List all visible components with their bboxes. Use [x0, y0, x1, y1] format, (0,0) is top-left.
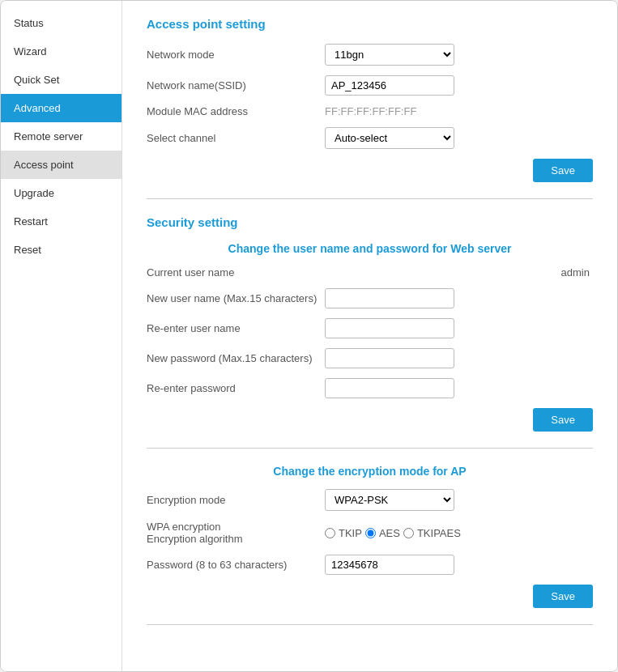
mac-label: Module MAC address [147, 105, 325, 117]
radio-aes[interactable] [365, 528, 376, 538]
sidebar: Status Wizard Quick Set Advanced Remote … [1, 1, 122, 671]
password-label: Password (8 to 63 characters) [147, 559, 325, 571]
sidebar-item-quickset[interactable]: Quick Set [1, 66, 121, 94]
change-user-password-title: Change the user name and password for We… [147, 242, 593, 255]
re-enter-password-row: Re-enter password [147, 378, 593, 398]
sidebar-item-wizard[interactable]: Wizard [1, 37, 121, 66]
new-user-label: New user name (Max.15 characters) [147, 292, 325, 304]
radio-tkipaes-label[interactable]: TKIPAES [417, 527, 461, 539]
encryption-mode-row: Encryption mode WPA2-PSK WPA-PSK WEP Non… [147, 489, 593, 511]
mac-row: Module MAC address FF:FF:FF:FF:FF:FF [147, 105, 593, 117]
sidebar-item-upgrade[interactable]: Upgrade [1, 179, 121, 207]
main-content: Access point setting Network mode 11bgn … [122, 1, 617, 671]
radio-tkip[interactable] [325, 528, 335, 538]
ap-save-button[interactable]: Save [533, 159, 593, 182]
channel-row: Select channel Auto-select 123 456 789 1… [147, 127, 593, 149]
radio-aes-label[interactable]: AES [379, 527, 400, 539]
sidebar-item-remote-server[interactable]: Remote server [1, 122, 121, 151]
new-user-row: New user name (Max.15 characters) [147, 288, 593, 308]
encryption-sub-title: Change the encryption mode for AP [147, 465, 593, 478]
new-password-label: New password (Max.15 characters) [147, 352, 325, 364]
ap-setting-title: Access point setting [147, 17, 593, 31]
encryption-save-row: Save [147, 585, 593, 608]
radio-tkipaes[interactable] [403, 528, 414, 538]
wpa-encryption-row: WPA encryption Encryption algorithm TKIP… [147, 521, 593, 545]
new-password-row: New password (Max.15 characters) [147, 348, 593, 368]
new-password-input[interactable] [325, 348, 454, 368]
sidebar-item-reset[interactable]: Reset [1, 236, 121, 264]
encryption-algorithm-group: TKIP AES TKIPAES [325, 527, 461, 539]
channel-select[interactable]: Auto-select 123 456 789 1011 [325, 127, 454, 149]
ap-setting-section: Access point setting Network mode 11bgn … [147, 17, 593, 182]
sidebar-item-access-point[interactable]: Access point [1, 151, 121, 179]
re-enter-user-input[interactable] [325, 318, 454, 338]
mac-value: FF:FF:FF:FF:FF:FF [325, 105, 416, 117]
encryption-save-button[interactable]: Save [533, 585, 593, 608]
re-enter-password-label: Re-enter password [147, 382, 325, 394]
current-user-row: Current user name admin [147, 266, 593, 279]
divider-3 [147, 624, 593, 625]
network-mode-row: Network mode 11bgn 11bg 11b 11g 11n [147, 44, 593, 66]
ssid-label: Network name(SSID) [147, 79, 325, 91]
security-setting-section: Security setting Change the user name an… [147, 215, 593, 432]
re-enter-password-input[interactable] [325, 378, 454, 398]
network-mode-select[interactable]: 11bgn 11bg 11b 11g 11n [325, 44, 454, 66]
re-enter-user-label: Re-enter user name [147, 322, 325, 334]
current-user-label: Current user name [147, 266, 561, 279]
ssid-input[interactable] [325, 75, 454, 96]
security-setting-title: Security setting [147, 215, 593, 229]
sidebar-item-restart[interactable]: Restart [1, 207, 121, 236]
ssid-row: Network name(SSID) [147, 75, 593, 96]
network-mode-label: Network mode [147, 49, 325, 61]
security-save-button[interactable]: Save [533, 408, 593, 432]
ap-save-row: Save [147, 159, 593, 182]
encryption-setting-section: Change the encryption mode for AP Encryp… [147, 465, 593, 608]
encryption-mode-label: Encryption mode [147, 494, 325, 506]
wpa-label: WPA encryption Encryption algorithm [147, 521, 325, 545]
new-user-input[interactable] [325, 288, 454, 308]
encryption-mode-select[interactable]: WPA2-PSK WPA-PSK WEP None [325, 489, 454, 511]
password-row: Password (8 to 63 characters) [147, 555, 593, 575]
current-user-value: admin [561, 266, 590, 279]
divider-2 [147, 448, 593, 449]
sidebar-item-status[interactable]: Status [1, 9, 121, 37]
re-enter-user-row: Re-enter user name [147, 318, 593, 338]
radio-tkip-label[interactable]: TKIP [339, 527, 362, 539]
sidebar-item-advanced[interactable]: Advanced [1, 94, 121, 122]
channel-label: Select channel [147, 132, 325, 144]
security-save-row: Save [147, 408, 593, 432]
password-input[interactable] [325, 555, 454, 575]
divider-1 [147, 198, 593, 199]
